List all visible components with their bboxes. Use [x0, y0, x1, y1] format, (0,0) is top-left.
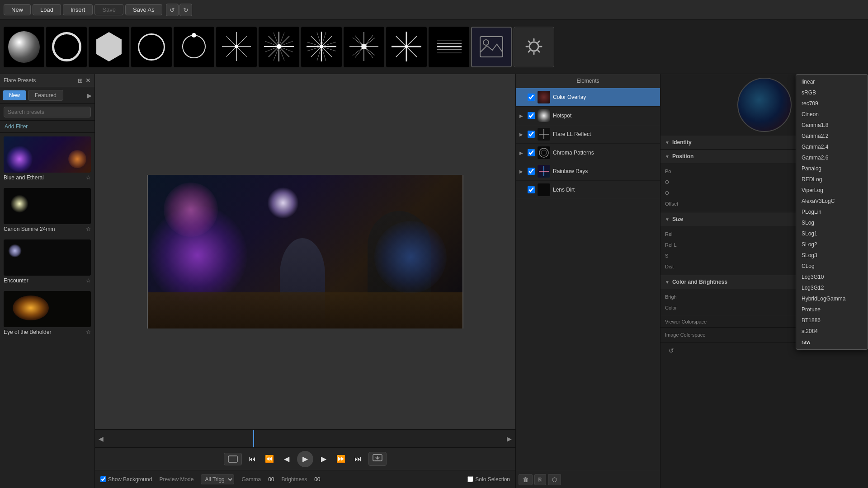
new-button[interactable]: New — [4, 4, 31, 15]
cs-option-alexav3logc[interactable]: AlexaV3LogC — [796, 196, 868, 206]
cs-option-st2084[interactable]: st2084 — [796, 326, 868, 337]
bottom-bar: Show Background Preview Mode All Trigg G… — [95, 470, 515, 488]
search-input[interactable] — [4, 107, 91, 117]
element-checkbox-lens-dirt[interactable] — [528, 186, 535, 193]
save-as-button[interactable]: Save As — [125, 4, 162, 15]
glow-preset-gear[interactable] — [514, 27, 554, 67]
cs-option-slog[interactable]: SLog — [796, 217, 868, 228]
colorspace-dropdown[interactable]: linear sRGB rec709 Cineon Gamma1.8 Gamma… — [796, 74, 868, 350]
glow-preset-hex[interactable] — [89, 27, 129, 67]
cs-option-slog2[interactable]: SLog2 — [796, 239, 868, 250]
show-background-checkbox[interactable] — [100, 476, 106, 482]
export-button[interactable] — [368, 452, 387, 466]
cs-option-clog[interactable]: CLog — [796, 261, 868, 272]
cs-option-slog1[interactable]: SLog1 — [796, 228, 868, 239]
step-back-button[interactable]: ⏪ — [263, 452, 276, 466]
preset-canon-sumire-star[interactable]: ☆ — [86, 226, 91, 232]
glow-preset-starburst2[interactable] — [259, 27, 299, 67]
play-button[interactable]: ▶ — [297, 451, 313, 467]
glow-preset-lines[interactable] — [429, 27, 469, 67]
elements-header: Elements — [516, 74, 660, 88]
step-fwd-button[interactable]: ⏩ — [334, 452, 348, 466]
cs-option-gamma24[interactable]: Gamma2.4 — [796, 141, 868, 152]
cs-option-hybridloggamma[interactable]: HybridLogGamma — [796, 293, 868, 304]
preset-blue-etheral[interactable]: Blue and Etheral ☆ — [4, 136, 91, 181]
preset-encounter[interactable]: Encounter ☆ — [4, 239, 91, 284]
element-checkbox-rainbow[interactable] — [528, 168, 535, 175]
skip-to-start-button[interactable]: ⏮ — [245, 452, 259, 466]
save-button[interactable]: Save — [94, 4, 123, 15]
glow-preset-sphere[interactable] — [4, 27, 44, 67]
element-checkbox-hotspot[interactable] — [528, 112, 535, 119]
glow-preset-dot-ring[interactable] — [174, 27, 214, 67]
svg-point-6 — [235, 45, 238, 48]
left-panel-close-icon[interactable]: ✕ — [85, 77, 91, 84]
featured-tab-button[interactable]: Featured — [28, 90, 63, 101]
cs-option-redlog[interactable]: REDLog — [796, 174, 868, 185]
merge-element-button[interactable]: ⬡ — [548, 474, 561, 485]
glow-preset-starburst5[interactable] — [386, 27, 427, 67]
frame-fwd-button[interactable]: ▶ — [317, 452, 330, 466]
timeline-bar[interactable]: ◀ ▶ — [95, 429, 515, 447]
preset-canon-sumire[interactable]: Canon Sumire 24mm ☆ — [4, 188, 91, 232]
reset-button[interactable]: ↺ — [665, 345, 678, 356]
cs-option-gamma22[interactable]: Gamma2.2 — [796, 131, 868, 141]
preset-blue-etheral-star[interactable]: ☆ — [86, 174, 91, 181]
solo-selection-label[interactable]: Solo Selection — [467, 476, 510, 483]
element-row-flare-reflect[interactable]: ▶ Flare LL Reflect — [516, 125, 660, 144]
cs-option-rec709[interactable]: rec709 — [796, 98, 868, 109]
glow-preset-image[interactable] — [471, 27, 512, 67]
timeline-arrow-right-icon[interactable]: ▶ — [507, 435, 512, 442]
cs-option-gamma18[interactable]: Gamma1.8 — [796, 120, 868, 131]
preset-encounter-star[interactable]: ☆ — [86, 277, 91, 284]
preset-eye-beholder-star[interactable]: ☆ — [86, 329, 91, 335]
timeline-track[interactable] — [95, 430, 515, 447]
cs-option-ploglin[interactable]: PLogLin — [796, 206, 868, 217]
preset-eye-beholder[interactable]: Eye of the Beholder ☆ — [4, 291, 91, 335]
element-row-lens-dirt[interactable]: Lens Dirt — [516, 181, 660, 199]
cs-option-log3g12[interactable]: Log3G12 — [796, 282, 868, 293]
glow-preset-circle-empty[interactable] — [131, 27, 172, 67]
cs-option-protune[interactable]: Protune — [796, 304, 868, 315]
new-tab-button[interactable]: New — [3, 90, 26, 100]
undo-button[interactable]: ↺ — [166, 4, 179, 16]
glow-preset-starburst3[interactable] — [301, 27, 342, 67]
cs-option-srgb[interactable]: sRGB — [796, 87, 868, 98]
add-filter-link[interactable]: Add Filter — [0, 121, 94, 133]
skip-to-end-button[interactable]: ⏭ — [351, 452, 365, 466]
delete-element-button[interactable]: 🗑 — [519, 474, 533, 485]
element-row-chroma[interactable]: ▶ Chroma Patterns — [516, 144, 660, 162]
glow-preset-starburst1[interactable] — [216, 27, 257, 67]
left-panel-menu-icon[interactable]: ⊞ — [78, 77, 83, 84]
color-preview-circle — [737, 78, 792, 132]
cs-option-linear[interactable]: linear — [796, 76, 868, 87]
element-row-color-overlay[interactable]: Color Overlay — [516, 88, 660, 107]
cs-option-log3g10[interactable]: Log3G10 — [796, 272, 868, 282]
glow-preset-ring[interactable] — [46, 27, 87, 67]
preview-mode-label: Preview Mode — [159, 476, 193, 483]
element-checkbox-color-overlay[interactable] — [528, 94, 535, 101]
insert-button[interactable]: Insert — [63, 4, 93, 15]
frame-back-button[interactable]: ◀ — [280, 452, 293, 466]
cs-option-viperlog[interactable]: ViperLog — [796, 185, 868, 196]
cs-option-gamma26[interactable]: Gamma2.6 — [796, 152, 868, 163]
glow-preset-starburst4[interactable] — [344, 27, 384, 67]
playback-controls: ⏮ ⏪ ◀ ▶ ▶ ⏩ ⏭ — [95, 447, 515, 470]
element-checkbox-flare-reflect[interactable] — [528, 131, 535, 138]
cs-option-panalog[interactable]: Panalog — [796, 163, 868, 174]
element-row-hotspot[interactable]: ▶ Hotspot — [516, 107, 660, 125]
load-button[interactable]: Load — [33, 4, 61, 15]
show-background-label[interactable]: Show Background — [100, 476, 152, 483]
cs-option-bt1886[interactable]: BT1886 — [796, 315, 868, 326]
cs-option-slog3[interactable]: SLog3 — [796, 250, 868, 261]
redo-button[interactable]: ↻ — [179, 4, 192, 16]
all-trig-select[interactable]: All Trigg — [201, 474, 234, 484]
cs-option-raw[interactable]: raw — [796, 337, 868, 347]
tab-arrow-icon[interactable]: ▶ — [87, 92, 92, 99]
viewport[interactable] — [95, 74, 515, 429]
element-row-rainbow[interactable]: ▶ Rainbow Rays — [516, 162, 660, 181]
copy-element-button[interactable]: ⎘ — [534, 474, 546, 485]
element-checkbox-chroma[interactable] — [528, 149, 535, 156]
solo-selection-checkbox[interactable] — [467, 476, 473, 482]
cs-option-cineon[interactable]: Cineon — [796, 109, 868, 120]
